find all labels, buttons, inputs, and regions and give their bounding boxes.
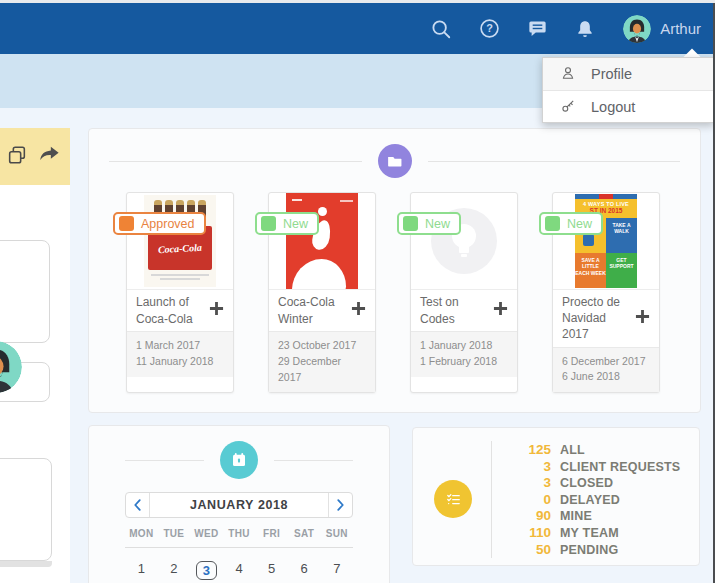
left-panel-toolbar xyxy=(0,128,70,185)
task-stats-widget: 125 ALL 3 CLIENT REQUESTS 3 CLOSED 0 DEL… xyxy=(412,427,700,566)
campaign-thumbnail xyxy=(411,193,517,289)
badge-label: Approved xyxy=(141,217,195,231)
stat-value: 50 xyxy=(501,542,551,557)
campaign-card[interactable]: Approved Coca-Cola Launch of Coca-Cola 1… xyxy=(126,192,234,393)
month-navigation: JANUARY 2018 xyxy=(125,492,353,518)
calendar-day[interactable]: 4 xyxy=(223,561,256,580)
menu-item-label: Profile xyxy=(591,66,632,82)
campaign-title: Coca-Cola Winter xyxy=(278,294,347,326)
badge-color-square xyxy=(261,216,276,231)
calendar-day[interactable]: 2 xyxy=(158,561,191,580)
stat-value: 0 xyxy=(501,492,551,507)
username-label[interactable]: Arthur xyxy=(660,20,701,37)
weekday-label: TUE xyxy=(158,528,191,539)
campaign-dates: 1 January 2018 1 February 2018 xyxy=(411,331,517,377)
left-panel-scrollbar[interactable] xyxy=(0,561,52,567)
stat-row[interactable]: 90 MINE xyxy=(501,508,680,525)
campaign-title: Launch of Coca-Cola xyxy=(136,294,205,326)
menu-item-label: Logout xyxy=(591,99,635,115)
stat-value: 90 xyxy=(501,508,551,523)
menu-item-logout[interactable]: Logout xyxy=(543,91,713,123)
badge-color-square xyxy=(119,216,134,231)
calendar-day[interactable]: 6 xyxy=(288,561,321,580)
weekday-label: SAT xyxy=(288,528,321,539)
stat-value: 125 xyxy=(501,442,551,457)
campaigns-header xyxy=(109,143,680,179)
date-start: 6 December 2017 xyxy=(562,354,650,370)
user-icon xyxy=(560,65,576,84)
calendar-day[interactable]: 5 xyxy=(255,561,288,580)
infographic-poster-image: 4 WAYS TO LIVE ST IN 2015 TAKE A WALK SA… xyxy=(575,194,637,288)
campaign-thumbnail: Coca-Cola xyxy=(127,193,233,289)
messages-icon[interactable] xyxy=(513,3,561,54)
stat-row[interactable]: 3 CLOSED xyxy=(501,475,680,492)
campaign-title: Test on Codes xyxy=(420,294,489,326)
campaign-card[interactable]: New Coca-Cola Winter 23 October 2017 29 … xyxy=(268,192,376,393)
stat-row[interactable]: 3 CLIENT REQUESTS xyxy=(501,459,680,476)
date-end: 11 January 2018 xyxy=(136,354,224,370)
status-badge: New xyxy=(539,212,603,235)
stat-label: CLIENT REQUESTS xyxy=(560,460,680,474)
calendar-day-selected[interactable]: 3 xyxy=(190,561,223,580)
campaign-thumbnail xyxy=(269,193,375,289)
add-icon[interactable] xyxy=(635,309,650,328)
date-start: 23 October 2017 xyxy=(278,338,366,354)
navbar-actions: ? Arthur xyxy=(417,3,701,54)
calendar-day[interactable]: 1 xyxy=(125,561,158,580)
poster-quadrant-text: GET SUPPORT xyxy=(606,253,637,288)
forward-icon[interactable] xyxy=(37,144,61,170)
calendar-week-row: 1 2 3 4 5 6 7 xyxy=(125,561,353,580)
campaign-card[interactable]: New Test on Codes 1 January 2018 1 Febru… xyxy=(410,192,518,393)
app-screen: ? Arthur xyxy=(0,0,715,583)
menu-item-profile[interactable]: Profile xyxy=(543,58,713,90)
copy-icon[interactable] xyxy=(6,144,28,170)
list-icon xyxy=(434,480,472,518)
stat-label: MY TEAM xyxy=(560,526,619,540)
campaign-card[interactable]: New 4 WAYS TO LIVE ST IN 2015 TAKE A WAL… xyxy=(552,192,660,393)
prev-month-icon[interactable] xyxy=(126,493,150,517)
poster-quadrant-text: SAVE A LITTLE EACH WEEK xyxy=(575,253,606,288)
calendar-widget: JANUARY 2018 MON TUE WED THU FRI SAT SUN… xyxy=(88,425,390,583)
stat-label: ALL xyxy=(560,443,585,457)
weekday-label: MON xyxy=(125,528,158,539)
badge-label: New xyxy=(567,217,592,231)
help-icon[interactable]: ? xyxy=(465,3,513,54)
winter-poster-image xyxy=(286,193,358,289)
stat-label: CLOSED xyxy=(560,476,613,490)
folder-icon xyxy=(378,144,412,178)
crate-logo-text: Coca-Cola xyxy=(158,241,202,254)
svg-text:?: ? xyxy=(486,22,493,34)
status-badge: Approved xyxy=(113,212,206,235)
campaigns-widget: Approved Coca-Cola Launch of Coca-Cola 1… xyxy=(88,128,701,413)
stats-divider xyxy=(491,441,492,558)
stat-row[interactable]: 110 MY TEAM xyxy=(501,525,680,542)
campaign-dates: 6 December 2017 6 June 2018 xyxy=(553,347,659,393)
next-month-icon[interactable] xyxy=(328,493,352,517)
left-panel-field[interactable] xyxy=(0,458,52,561)
stat-row[interactable]: 125 ALL xyxy=(501,442,680,459)
date-end: 29 December 2017 xyxy=(278,354,366,386)
campaign-title: Proecto de Navidad 2017 xyxy=(562,294,631,343)
weekday-label: SUN xyxy=(320,528,353,539)
stat-row[interactable]: 50 PENDING xyxy=(501,542,680,559)
weekday-header-row: MON TUE WED THU FRI SAT SUN xyxy=(125,528,353,539)
month-label: JANUARY 2018 xyxy=(150,493,328,517)
user-avatar[interactable] xyxy=(623,15,651,43)
search-icon[interactable] xyxy=(417,3,465,54)
status-badge: New xyxy=(255,212,319,235)
stat-row[interactable]: 0 DELAYED xyxy=(501,492,680,509)
campaign-dates: 23 October 2017 29 December 2017 xyxy=(269,331,375,392)
date-end: 1 February 2018 xyxy=(420,354,508,370)
add-icon[interactable] xyxy=(493,301,508,320)
left-panel-field[interactable] xyxy=(0,240,50,343)
calendar-day[interactable]: 7 xyxy=(320,561,353,580)
notifications-icon[interactable] xyxy=(561,3,609,54)
badge-color-square xyxy=(403,216,418,231)
badge-label: New xyxy=(283,217,308,231)
add-icon[interactable] xyxy=(209,301,224,320)
calendar-icon xyxy=(220,441,258,479)
add-icon[interactable] xyxy=(351,301,366,320)
stat-label: DELAYED xyxy=(560,493,620,507)
weekday-label: THU xyxy=(223,528,256,539)
campaign-cards-row: Approved Coca-Cola Launch of Coca-Cola 1… xyxy=(89,192,700,393)
